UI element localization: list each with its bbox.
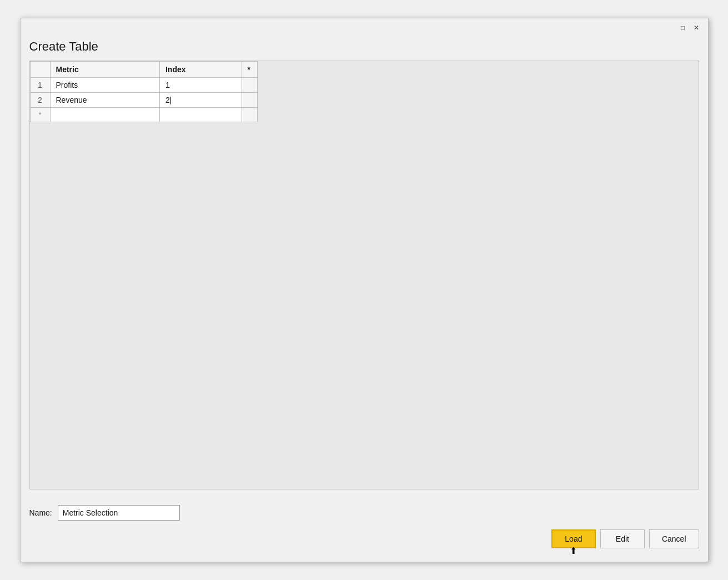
text-cursor	[170, 97, 171, 104]
edit-button[interactable]: Edit	[600, 529, 645, 548]
row-num-new: *	[30, 108, 50, 122]
cell-index-1[interactable]: 1	[159, 78, 242, 93]
col-header-rownum	[30, 62, 50, 78]
row-num-2: 2	[30, 93, 50, 108]
cell-metric-1[interactable]: Profits	[50, 78, 159, 93]
bottom-bar: Name: Load ⬆︎ Edit Cancel	[21, 498, 708, 562]
cancel-button[interactable]: Cancel	[649, 529, 699, 548]
table-header-row: Metric Index *	[30, 62, 257, 78]
button-row: Load ⬆︎ Edit Cancel	[29, 529, 699, 555]
cell-metric-2[interactable]: Revenue	[50, 93, 159, 108]
load-button-wrapper: Load ⬆︎	[551, 529, 596, 548]
table-row: 2 Revenue 2	[30, 93, 257, 108]
cell-index-2[interactable]: 2	[159, 93, 242, 108]
row-num-1: 1	[30, 78, 50, 93]
col-header-star: *	[242, 62, 257, 78]
table-row: 1 Profits 1	[30, 78, 257, 93]
cell-index-new[interactable]	[159, 108, 242, 122]
minimize-button[interactable]: □	[678, 23, 688, 33]
cell-star-2	[242, 93, 257, 108]
cell-metric-new[interactable]	[50, 108, 159, 122]
col-header-metric: Metric	[50, 62, 159, 78]
cell-index-2-value: 2	[165, 96, 170, 104]
name-row: Name:	[29, 505, 699, 521]
name-input[interactable]	[58, 505, 180, 521]
name-label: Name:	[29, 508, 52, 517]
data-table: Metric Index * 1 Profits 1 2	[30, 61, 258, 122]
cell-star-new	[242, 108, 257, 122]
cell-star-1	[242, 78, 257, 93]
close-button[interactable]: ✕	[691, 23, 701, 33]
title-bar-controls: □ ✕	[678, 23, 701, 33]
dialog-window: □ ✕ Create Table Metric Index *	[20, 18, 709, 562]
load-button[interactable]: Load	[551, 529, 596, 548]
title-bar: □ ✕	[21, 18, 708, 35]
content-area: Metric Index * 1 Profits 1 2	[21, 61, 708, 498]
window-title: Create Table	[21, 35, 708, 61]
table-container: Metric Index * 1 Profits 1 2	[29, 61, 699, 489]
col-header-index: Index	[159, 62, 242, 78]
table-new-row: *	[30, 108, 257, 122]
